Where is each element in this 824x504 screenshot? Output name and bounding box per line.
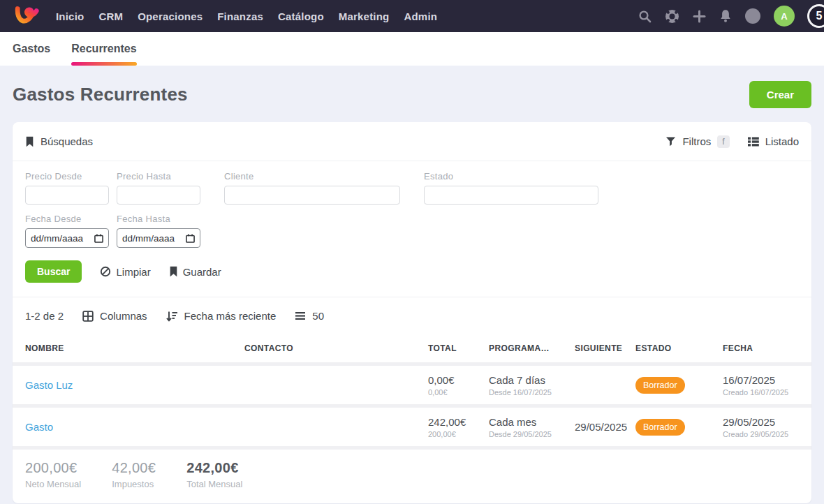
status-badge: Borrador <box>635 377 685 394</box>
cliente-input[interactable] <box>224 186 400 205</box>
neto-mensual-label: Neto Mensual <box>25 479 81 489</box>
save-search-button[interactable]: Guardar <box>169 266 221 278</box>
row-total: 0,00€ 0,00€ <box>428 374 489 396</box>
edge-widget-badge[interactable]: 5 <box>807 4 824 28</box>
sort-label: Fecha más reciente <box>184 310 277 322</box>
clear-filters-button[interactable]: Limpiar <box>100 266 150 278</box>
programacion-sub-value: Desde 29/05/2025 <box>489 430 575 438</box>
calendar-icon <box>186 234 195 243</box>
precio-hasta-input[interactable] <box>117 186 200 205</box>
app-logo-icon[interactable] <box>14 4 39 28</box>
funnel-icon <box>665 136 676 147</box>
tab-recurrentes-label: Recurrentes <box>71 43 136 55</box>
page-size-value: 50 <box>312 310 324 322</box>
total-value: 242,00€ <box>428 416 489 428</box>
nav-item-inicio[interactable]: Inicio <box>56 10 84 22</box>
table-header: NOMBRE CONTACTO TOTAL PROGRAMACIÓN SIGUI… <box>13 334 811 362</box>
filters-toggle-button[interactable]: Filtros f <box>665 135 729 148</box>
page-size-button[interactable]: 50 <box>295 310 324 322</box>
nav-item-finanzas[interactable]: Finanzas <box>217 10 263 22</box>
row-name-link[interactable]: Gasto Luz <box>25 379 244 391</box>
programacion-value: Cada 7 días <box>489 374 575 386</box>
total-mensual-value: 242,00€ <box>186 460 242 476</box>
columns-grid-icon <box>82 311 94 322</box>
estado-input[interactable] <box>424 186 598 205</box>
row-total: 242,00€ 200,00€ <box>428 416 489 438</box>
nav-item-crm[interactable]: CRM <box>98 10 123 22</box>
bookmark-icon <box>25 136 34 147</box>
saved-searches-button[interactable]: Búsquedas <box>25 135 93 147</box>
tab-gastos-label: Gastos <box>13 43 50 55</box>
saved-searches-label: Búsquedas <box>41 135 93 147</box>
row-fecha: 29/05/2025 Creado 29/05/2025 <box>723 416 799 438</box>
results-count: 1-2 de 2 <box>25 310 64 322</box>
table-row: Gasto Luz 0,00€ 0,00€ Cada 7 días Desde … <box>13 366 811 404</box>
view-listado-button[interactable]: Listado <box>748 135 799 147</box>
user-avatar[interactable]: A <box>774 6 795 27</box>
secondary-avatar[interactable] <box>745 8 760 24</box>
fecha-hasta-label: Fecha Hasta <box>117 214 200 224</box>
row-siguiente: 29/05/2025 <box>575 421 635 433</box>
tab-recurrentes[interactable]: Recurrentes <box>71 32 136 66</box>
clear-label: Limpiar <box>116 266 150 278</box>
precio-desde-label: Precio Desde <box>25 171 109 181</box>
search-icon[interactable] <box>638 10 652 23</box>
neto-mensual-value: 200,00€ <box>25 460 81 476</box>
navbar-actions: A 5 <box>638 6 813 27</box>
create-button[interactable]: Crear <box>749 81 811 108</box>
summary-item: 242,00€ Total Mensual <box>186 460 242 489</box>
estado-label: Estado <box>424 171 598 181</box>
cliente-label: Cliente <box>224 171 400 181</box>
main-menu: Inicio CRM Operaciones Finanzas Catálogo… <box>56 10 437 22</box>
row-programacion: Cada mes Desde 29/05/2025 <box>489 416 575 438</box>
header-estado[interactable]: ESTADO <box>635 343 723 353</box>
fecha-value: 29/05/2025 <box>723 416 799 428</box>
header-programacion[interactable]: PROGRAMACIÓN <box>489 343 553 353</box>
summary-item: 42,00€ Impuestos <box>112 460 156 489</box>
fecha-sub-value: Creado 16/07/2025 <box>723 388 799 396</box>
bookmark-icon <box>169 266 178 277</box>
row-name-link[interactable]: Gasto <box>25 421 244 433</box>
row-fecha: 16/07/2025 Creado 16/07/2025 <box>723 374 799 396</box>
header-contacto[interactable]: CONTACTO <box>244 343 428 353</box>
columns-button[interactable]: Columnas <box>82 310 147 322</box>
top-navbar: Inicio CRM Operaciones Finanzas Catálogo… <box>0 0 824 32</box>
header-siguiente[interactable]: SIGUIENTE <box>575 343 635 353</box>
nav-item-operaciones[interactable]: Operaciones <box>138 10 203 22</box>
search-button[interactable]: Buscar <box>25 260 82 283</box>
columns-label: Columnas <box>100 310 147 322</box>
list-view-icon <box>748 137 759 147</box>
recurring-expenses-card: Búsquedas Filtros f <box>13 122 811 503</box>
total-value: 0,00€ <box>428 374 489 386</box>
fecha-sub-value: Creado 29/05/2025 <box>723 430 799 438</box>
filters-panel: Precio Desde Precio Hasta Cliente Estado <box>13 161 811 283</box>
section-tabs: Gastos Recurrentes <box>0 32 824 66</box>
nav-item-marketing[interactable]: Marketing <box>339 10 390 22</box>
precio-desde-input[interactable] <box>25 186 109 205</box>
row-estado: Borrador <box>635 377 723 394</box>
nav-item-admin[interactable]: Admin <box>404 10 437 22</box>
fecha-hasta-input[interactable]: dd/mm/aaaa <box>117 228 200 248</box>
summary-item: 200,00€ Neto Mensual <box>25 460 81 489</box>
help-lifesaver-icon[interactable] <box>665 9 679 24</box>
calendar-icon <box>94 234 103 243</box>
ban-icon <box>100 266 111 277</box>
header-total[interactable]: TOTAL <box>428 343 489 353</box>
programacion-value: Cada mes <box>489 416 575 428</box>
notifications-bell-icon[interactable] <box>719 9 732 23</box>
tab-gastos[interactable]: Gastos <box>13 32 50 66</box>
header-nombre[interactable]: NOMBRE <box>25 343 244 353</box>
nav-item-catalogo[interactable]: Catálogo <box>278 10 324 22</box>
save-label: Guardar <box>183 266 221 278</box>
total-sub-value: 200,00€ <box>428 430 489 438</box>
header-fecha[interactable]: FECHA <box>723 343 799 353</box>
add-plus-icon[interactable] <box>693 10 706 23</box>
sort-button[interactable]: Fecha más reciente <box>166 310 277 322</box>
date-placeholder: dd/mm/aaaa <box>31 233 83 244</box>
impuestos-label: Impuestos <box>112 479 156 489</box>
sort-amount-icon <box>166 311 178 322</box>
total-sub-value: 0,00€ <box>428 388 489 396</box>
fecha-desde-label: Fecha Desde <box>25 214 109 224</box>
table-row: Gasto 242,00€ 200,00€ Cada mes Desde 29/… <box>13 408 811 446</box>
fecha-desde-input[interactable]: dd/mm/aaaa <box>25 228 109 248</box>
